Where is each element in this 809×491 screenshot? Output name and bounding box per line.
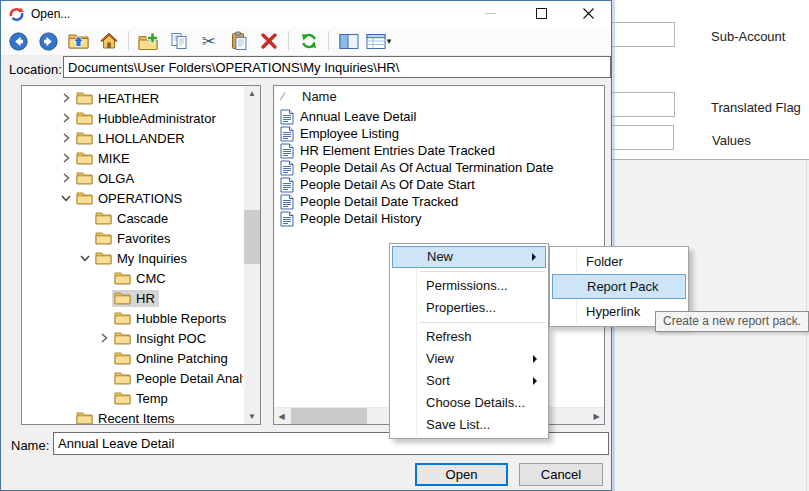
sub-account-field[interactable] <box>611 22 675 47</box>
translated-flag-field[interactable] <box>611 92 675 117</box>
tree-item[interactable]: HubbleAdministrator <box>22 108 243 128</box>
delete-button[interactable] <box>256 29 281 54</box>
cut-button[interactable]: ✂ <box>196 29 221 54</box>
tree-item[interactable]: My Inquiries <box>22 248 243 268</box>
menu-item-refresh[interactable]: Refresh <box>392 326 546 348</box>
tree-node[interactable]: Temp <box>112 390 172 407</box>
delete-icon <box>259 31 279 51</box>
file-item[interactable]: People Detail As Of Date Start <box>274 176 604 193</box>
file-item[interactable]: People Detail As Of Actual Termination D… <box>274 159 604 176</box>
copy-button[interactable] <box>166 29 191 54</box>
open-button[interactable]: Open <box>415 463 508 486</box>
chevron-right-icon[interactable] <box>58 90 74 106</box>
split-view-button[interactable] <box>336 29 361 54</box>
scroll-left-icon[interactable]: ◀ <box>274 408 289 424</box>
tree-node[interactable]: MIKE <box>74 150 134 167</box>
expander-spacer <box>96 270 112 286</box>
tree-node[interactable]: OLGA <box>74 170 138 187</box>
tree-scroll-thumb[interactable] <box>244 210 260 264</box>
file-item[interactable]: Employee Listing <box>274 125 604 142</box>
file-item[interactable]: People Detail Date Tracked <box>274 193 604 210</box>
menu-item-report-pack[interactable]: Report Pack <box>552 274 686 299</box>
menu-item-properties[interactable]: Properties... <box>392 297 546 319</box>
file-item[interactable]: People Detail History <box>274 210 604 227</box>
column-header-name[interactable]: Name <box>302 89 337 104</box>
scroll-right-icon[interactable]: ▶ <box>589 408 604 424</box>
details-view-button[interactable]: ▾ <box>366 29 391 54</box>
up-one-level-icon <box>68 32 89 50</box>
menu-item-new[interactable]: New <box>392 246 546 268</box>
menu-item-view[interactable]: View <box>392 348 546 370</box>
tree-node[interactable]: Recent Items <box>74 410 179 425</box>
file-item[interactable]: HR Element Entries Date Tracked <box>274 142 604 159</box>
tree-node[interactable]: OPERATIONS <box>74 190 186 207</box>
tree-item[interactable]: HR <box>22 288 243 308</box>
tree-item[interactable]: Favorites <box>22 228 243 248</box>
tree-item[interactable]: Temp <box>22 388 243 408</box>
menu-item-sort[interactable]: Sort <box>392 370 546 392</box>
tree-node[interactable]: HEATHER <box>74 90 163 107</box>
forward-button[interactable] <box>36 29 61 54</box>
chevron-right-icon[interactable] <box>96 330 112 346</box>
home-button[interactable] <box>96 29 121 54</box>
file-item-label: Annual Leave Detail <box>300 109 416 124</box>
tree-node[interactable]: People Detail Analysis <box>112 370 243 387</box>
details-view-icon: ▾ <box>366 33 392 50</box>
tree-item[interactable]: MIKE <box>22 148 243 168</box>
cancel-button[interactable]: Cancel <box>519 463 603 486</box>
tree-item[interactable]: Insight POC <box>22 328 243 348</box>
tree-item[interactable]: LHOLLANDER <box>22 128 243 148</box>
chevron-right-icon[interactable] <box>58 110 74 126</box>
paste-button[interactable] <box>226 29 251 54</box>
tree-node[interactable]: CMC <box>112 270 170 287</box>
menu-item-choose-details[interactable]: Choose Details... <box>392 392 546 414</box>
tree-node[interactable]: My Inquiries <box>93 250 191 267</box>
tree-item[interactable]: Recent Items <box>22 408 243 424</box>
menu-item-permissions[interactable]: Permissions... <box>392 275 546 297</box>
folder-tree[interactable]: HEATHERHubbleAdministratorLHOLLANDERMIKE… <box>21 85 261 425</box>
file-item-label: People Detail History <box>300 211 421 226</box>
folder-icon <box>76 111 93 125</box>
tree-node[interactable]: Online Patching <box>112 350 232 367</box>
toolbar: ✂▾ <box>1 27 611 56</box>
tree-node[interactable]: Hubble Reports <box>112 310 230 327</box>
refresh-button[interactable] <box>296 29 321 54</box>
tree-item[interactable]: OPERATIONS <box>22 188 243 208</box>
chevron-down-icon[interactable] <box>77 250 93 266</box>
scroll-down-icon[interactable]: ▼ <box>244 409 260 424</box>
location-input[interactable] <box>63 56 611 78</box>
tree-item[interactable]: People Detail Analysis <box>22 368 243 388</box>
tree-node[interactable]: Favorites <box>93 230 174 247</box>
chevron-right-icon[interactable] <box>58 150 74 166</box>
tree-item[interactable]: OLGA <box>22 168 243 188</box>
values-field[interactable] <box>610 125 674 150</box>
file-item[interactable]: Annual Leave Detail <box>274 108 604 125</box>
scroll-up-icon[interactable]: ▲ <box>244 86 260 101</box>
chevron-right-icon[interactable] <box>58 130 74 146</box>
screen: Sub-Account Translated Flag Values Open.… <box>0 0 809 491</box>
menu-item-save-list[interactable]: Save List... <box>392 414 546 436</box>
tree-vertical-scrollbar[interactable]: ▲ ▼ <box>244 86 260 424</box>
close-button[interactable] <box>572 1 604 26</box>
maximize-button[interactable] <box>525 1 557 26</box>
file-item-label: People Detail As Of Date Start <box>300 177 475 192</box>
tree-node[interactable]: Insight POC <box>112 330 210 347</box>
chevron-right-icon[interactable] <box>58 170 74 186</box>
tree-item[interactable]: Hubble Reports <box>22 308 243 328</box>
minimize-button[interactable] <box>474 1 506 26</box>
tree-node[interactable]: LHOLLANDER <box>74 130 189 147</box>
tree-item[interactable]: Online Patching <box>22 348 243 368</box>
tree-node[interactable]: Cascade <box>93 210 172 227</box>
tree-node[interactable]: HubbleAdministrator <box>74 110 220 127</box>
list-scroll-thumb[interactable] <box>291 408 367 424</box>
report-document-icon <box>280 194 294 210</box>
back-button[interactable] <box>6 29 31 54</box>
tree-item[interactable]: Cascade <box>22 208 243 228</box>
tree-item[interactable]: CMC <box>22 268 243 288</box>
tree-item[interactable]: HEATHER <box>22 88 243 108</box>
new-folder-button[interactable] <box>136 29 161 54</box>
chevron-down-icon[interactable] <box>58 190 74 206</box>
tree-node[interactable]: HR <box>112 290 159 307</box>
menu-item-folder[interactable]: Folder <box>552 249 686 274</box>
up-one-level-button[interactable] <box>66 29 91 54</box>
